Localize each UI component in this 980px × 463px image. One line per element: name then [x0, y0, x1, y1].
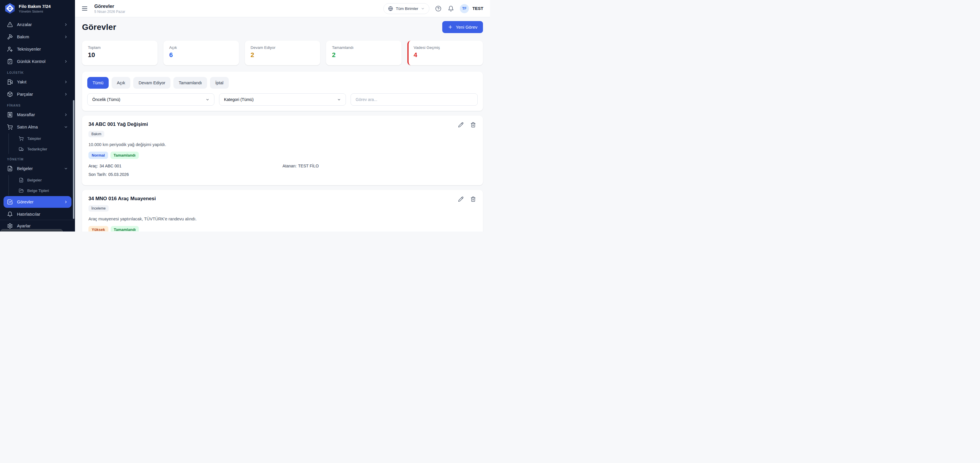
sidebar-item-label: Ayarlar: [17, 224, 30, 228]
belgeler-subgroup: Belgeler Belge Tipleri: [8, 175, 75, 195]
category-select-value: Kategori (Tümü): [224, 97, 254, 102]
task-description: 10.000 km periyodik yağ değişimi yapıldı…: [89, 142, 477, 147]
tab-tamamlandi[interactable]: Tamamlandı: [173, 77, 207, 89]
task-due-date: Son Tarih:05.03.2026: [89, 172, 283, 177]
stat-value: 10: [88, 51, 152, 59]
sidebar-item-hatirlaticilar[interactable]: Hatırlatıcılar: [3, 208, 72, 220]
sidebar-item-gunluk-kontrol[interactable]: Günlük Kontrol: [3, 55, 72, 67]
sidebar-subitem-tedarikciler[interactable]: Tedarikçiler: [16, 144, 72, 154]
sidebar-subitem-label: Belgeler: [27, 178, 42, 182]
pencil-icon: [458, 197, 464, 202]
help-button[interactable]: [434, 5, 442, 12]
menu-toggle-button[interactable]: [82, 6, 87, 11]
page-content: Görevler Yeni Görev Toplam 10 Açık 6: [75, 17, 490, 232]
sidebar-item-belgeler[interactable]: Belgeler: [3, 163, 72, 174]
stat-label: Toplam: [88, 45, 152, 50]
task-meta: Araç:34 ABC 001 Atanan:TEST FİLO Son Tar…: [89, 163, 477, 177]
unit-selector-label: Tüm Birimler: [396, 6, 418, 11]
stat-value: 6: [169, 51, 233, 59]
stat-card-tamamlandi: Tamamlandı 2: [326, 41, 401, 65]
truck-icon: [19, 147, 24, 152]
package-box-icon: [7, 91, 13, 97]
stat-label: Vadesi Geçmiş: [414, 45, 477, 50]
section-label-yonetim: YÖNETİM: [7, 157, 68, 162]
page-header: Görevler Yeni Görev: [82, 21, 483, 33]
task-title: 34 ABC 001 Yağ Değişimi: [89, 122, 148, 127]
chevron-right-icon: [64, 22, 68, 27]
user-gear-icon: [7, 46, 13, 52]
priority-select-value: Öncelik (Tümü): [92, 97, 120, 102]
tab-devam-ediyor[interactable]: Devam Ediyor: [133, 77, 170, 89]
stat-value: 4: [414, 51, 477, 59]
edit-task-button[interactable]: [458, 196, 464, 203]
task-card: 34 MNO 016 Araç Muayenesi: [82, 190, 483, 232]
category-select[interactable]: Kategori (Tümü): [219, 94, 346, 106]
tab-iptal[interactable]: İptal: [210, 77, 229, 89]
filter-panel: Tümü Açık Devam Ediyor Tamamlandı İptal …: [82, 72, 483, 111]
chevron-right-icon: [64, 80, 68, 84]
stat-value: 2: [332, 51, 396, 59]
sidebar-item-gorevler[interactable]: Görevler: [3, 196, 72, 208]
stat-card-devam-ediyor: Devam Ediyor 2: [245, 41, 320, 65]
brand-subtitle: Yönetim Sistemi: [19, 10, 51, 13]
sidebar-item-satin-alma[interactable]: Satın Alma: [3, 121, 72, 133]
sidebar-item-parcalar[interactable]: Parçalar: [3, 89, 72, 100]
filter-row: Öncelik (Tümü) Kategori (Tümü): [87, 94, 478, 106]
sidebar-item-teknisyenler[interactable]: Teknisyenler: [3, 43, 72, 55]
task-description: Araç muayenesi yaptırılacak, TÜVTÜRK'e r…: [89, 217, 477, 221]
check-square-icon: [7, 199, 13, 205]
unit-selector-dropdown[interactable]: Tüm Birimler: [383, 3, 430, 14]
stats-row: Toplam 10 Açık 6 Devam Ediyor 2 Tamamlan…: [82, 41, 483, 65]
app-logo-icon: [5, 3, 15, 14]
sidebar-item-label: Görevler: [17, 200, 33, 204]
priority-badge: Normal: [89, 152, 108, 159]
folder-open-icon: [19, 188, 24, 193]
bell-icon: [448, 6, 454, 12]
brand: Filo Bakım 7/24 Yönetim Sistemi: [0, 0, 75, 17]
warning-triangle-icon: [7, 22, 13, 27]
delete-task-button[interactable]: [470, 196, 477, 203]
sidebar-subitem-talepler[interactable]: Talepler: [16, 133, 72, 143]
task-category-tag: İnceleme: [89, 205, 109, 212]
chevron-right-icon: [64, 113, 68, 117]
sidebar-subitem-belgeler[interactable]: Belgeler: [16, 175, 72, 185]
sidebar-item-label: Parçalar: [17, 92, 33, 97]
task-search-input[interactable]: [351, 94, 478, 106]
shopping-cart-icon: [7, 124, 13, 130]
section-label-lojistik: LOJİSTİK: [7, 71, 68, 75]
user-avatar[interactable]: TF: [460, 4, 469, 13]
main-area: Görevler 5 Nisan 2026 Pazar Tüm Birimler: [75, 0, 490, 232]
chevron-down-icon: [64, 166, 68, 171]
help-circle-icon: [435, 6, 441, 12]
priority-select[interactable]: Öncelik (Tümü): [87, 94, 215, 106]
stat-card-vadesi-gecmis: Vadesi Geçmiş 4: [407, 41, 483, 65]
sidebar-item-label: Arızalar: [17, 22, 32, 27]
topbar-title: Görevler: [94, 3, 125, 9]
sidebar-item-masraflar[interactable]: Masraflar: [3, 109, 72, 121]
chevron-right-icon: [64, 59, 68, 63]
new-task-button[interactable]: Yeni Görev: [442, 21, 483, 33]
stat-label: Tamamlandı: [332, 45, 396, 50]
tab-acik[interactable]: Açık: [111, 77, 130, 89]
sidebar-subitem-belge-tipleri[interactable]: Belge Tipleri: [16, 186, 72, 195]
sidebar-nav: Arızalar Bakım Teknisyenler: [0, 17, 75, 220]
notifications-button[interactable]: [447, 5, 455, 12]
new-task-button-label: Yeni Görev: [456, 25, 477, 30]
sidebar-item-arizalar[interactable]: Arızalar: [3, 19, 72, 30]
globe-icon: [388, 6, 393, 11]
edit-task-button[interactable]: [458, 122, 464, 128]
brand-title: Filo Bakım 7/24: [19, 4, 51, 10]
sidebar-item-bakim[interactable]: Bakım: [3, 31, 72, 43]
page-title: Görevler: [82, 21, 116, 33]
stat-card-acik: Açık 6: [164, 41, 239, 65]
sidebar-item-yakit[interactable]: Yakıt: [3, 76, 72, 88]
satin-alma-subgroup: Talepler Tedarikçiler: [8, 133, 75, 154]
sidebar-scrollbar[interactable]: [73, 100, 75, 219]
stat-label: Devam Ediyor: [251, 45, 315, 50]
document-icon: [7, 166, 13, 171]
delete-task-button[interactable]: [470, 122, 477, 128]
sidebar-item-label: Satın Alma: [17, 125, 38, 129]
tab-tumu[interactable]: Tümü: [87, 77, 109, 89]
pencil-icon: [458, 122, 464, 128]
stat-value: 2: [251, 51, 315, 59]
